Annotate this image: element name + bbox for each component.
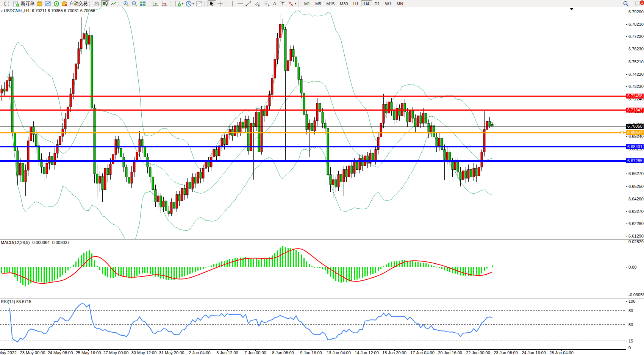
text-button[interactable]: A [271,0,278,7]
candle-body [123,157,125,167]
signals-button[interactable] [52,0,61,7]
tile-windows-button[interactable] [139,0,147,7]
trendline-button[interactable] [244,0,253,7]
candle-body [422,113,424,123]
auto-scroll-button[interactable] [151,0,160,7]
candle-body [361,158,363,166]
fibonacci-button[interactable]: F [262,0,271,7]
price-tick-label: 6.73230 [628,84,644,89]
candle-body [425,113,427,123]
candle-body [27,141,29,170]
time-axis[interactable]: 19 May 202223 May 00:0024 May 08:0025 Ma… [0,349,626,355]
candle-body [367,156,369,163]
line-chart-type-icon [111,1,117,7]
chart-profiles-button[interactable] [36,0,44,7]
macd-histogram-bar [364,267,366,277]
candlestick-type-button[interactable] [101,0,109,7]
chevron-down-icon[interactable]: ▾ [295,2,296,5]
time-label: 22 Jun 00:00 [466,350,490,355]
candle-body [91,36,93,108]
macd-histogram-bar [295,250,297,267]
arrows-button[interactable]: ▾ [287,0,297,7]
chevron-down-icon[interactable]: ▾ [182,2,183,5]
toolbar-group: EFAT▾ [228,0,297,7]
autotrading-button[interactable]: 自动交易 [61,0,89,7]
horizontal-line-button[interactable] [236,0,244,7]
candle-body [22,163,24,182]
candle-body [131,172,133,183]
cursor-button[interactable] [208,0,216,7]
macd-histogram-bar [105,267,106,276]
period-selector-button[interactable]: ▾ [184,0,195,7]
candle-body [457,162,459,172]
resistance-line-2-price-label: 6.71347 [626,108,644,113]
candle-body [25,170,27,182]
timeframe-h1[interactable]: H1 [350,0,361,7]
chevron-down-icon[interactable]: ▾ [192,2,194,5]
candle-body [314,121,316,131]
indicators-list-button[interactable] [195,0,203,7]
macd-histogram-bar [481,267,482,274]
new-order-button[interactable]: 新订单 [12,0,36,7]
macd-histogram-bar [415,262,416,267]
chat-button[interactable]: 1 [633,0,642,7]
toolbar-separator [204,1,207,6]
macd-histogram-layer [1,246,493,286]
macd-histogram-bar [293,249,294,267]
rsi-pane[interactable] [0,299,626,349]
candle-body [200,172,202,178]
crosshair-button[interactable] [216,0,224,7]
new-chart-button[interactable]: ▾ [174,0,184,7]
market-watch-button[interactable] [44,0,52,7]
price-axis[interactable]: 6.792006.782106.772206.762306.752106.742… [626,7,644,239]
timeframe-m1[interactable]: M1 [302,0,313,7]
timeframe-w1[interactable]: W1 [383,0,394,7]
macd-histogram-bar [205,267,206,267]
fibonacci-icon: F [263,1,270,7]
partial-toolbar-icon-button[interactable] [0,0,8,7]
timeframe-d1[interactable]: D1 [372,0,383,7]
timeframe-m30[interactable]: M30 [337,0,350,7]
bollinger-bands-layer [7,7,492,239]
macd-histogram-bar [4,267,5,273]
macd-histogram-bar [349,267,350,281]
macd-pane[interactable] [0,240,626,298]
toolbar: 新订单自动交易▾▾EFAT▾M1M5M15M30H1H4D1W1MN1 [0,0,644,8]
timeframe-m5[interactable]: M5 [313,0,324,7]
time-label: 7 Jun 00:00 [244,350,266,355]
main-chart-canvas [0,7,626,239]
search-button[interactable] [621,0,630,7]
line-chart-type-button[interactable] [109,0,118,7]
macd-histogram-bar [166,267,167,280]
timeframe-mn[interactable]: MN [394,0,406,7]
resistance-line-1-price-label: 6.72458 [626,94,644,99]
macd-histogram-bar [311,266,313,267]
candle-body [385,105,387,113]
candle-body [473,168,475,177]
line-handle[interactable] [621,131,624,134]
zoom-out-button[interactable] [130,0,139,7]
candle-body [467,170,469,178]
candle-body [186,182,188,195]
bar-chart-type-button[interactable] [93,0,101,7]
macd-axis: 0.028290.00-0.030537 [626,240,644,298]
chart-shift-button[interactable] [160,0,169,7]
text-label-button[interactable]: T [278,0,287,7]
chart-shift-marker[interactable] [570,8,574,10]
support-line-2-price-label: 6.67285 [626,158,644,163]
timeframe-h4[interactable]: H4 [361,0,372,7]
macd-histogram-bar [351,267,352,281]
timeframe-m15[interactable]: M15 [324,0,337,7]
zoom-in-button[interactable] [122,0,130,7]
macd-histogram-bar [253,259,254,267]
macd-histogram-bar [378,267,379,271]
vertical-line-button[interactable] [228,0,236,7]
main-chart-pane[interactable] [0,7,626,239]
macd-tick-label: -0.030537 [628,292,644,297]
rsi-tick-label: 80 [628,308,633,313]
axis-border [626,7,626,349]
chart-dropdown-icon[interactable]: ▾ [1,9,3,13]
macd-histogram-bar [309,264,310,267]
candle-body [11,77,13,132]
equidistant-channel-button[interactable]: E [253,0,262,7]
